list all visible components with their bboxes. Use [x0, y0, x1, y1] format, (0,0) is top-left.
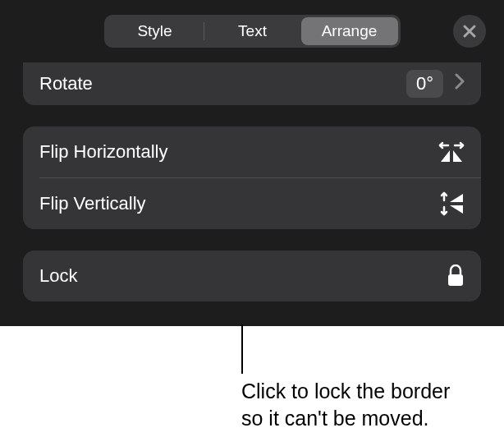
- lock-label: Lock: [39, 265, 77, 287]
- rotate-label: Rotate: [39, 73, 93, 94]
- flip-vertical-icon: [440, 191, 465, 216]
- close-icon: [462, 24, 477, 39]
- rotate-row[interactable]: Rotate 0°: [23, 62, 481, 105]
- spacer: [0, 229, 504, 251]
- close-button[interactable]: [453, 15, 486, 48]
- callout-line2: so it can't be moved.: [241, 407, 429, 430]
- flip-vertical-label: Flip Vertically: [39, 193, 146, 214]
- tab-arrange[interactable]: Arrange: [301, 17, 398, 45]
- lock-group: Lock: [23, 251, 481, 301]
- flip-horizontal-label: Flip Horizontally: [39, 141, 168, 163]
- segmented-control: Style Text Arrange: [104, 15, 401, 48]
- rotate-group: Rotate 0°: [23, 62, 481, 105]
- callout-text: Click to lock the border so it can't be …: [241, 378, 450, 431]
- lock-icon: [447, 264, 465, 288]
- panel-header: Style Text Arrange: [0, 15, 504, 62]
- rotate-right: 0°: [406, 70, 465, 98]
- flip-horizontal-icon: [438, 140, 465, 163]
- flip-vertical-row[interactable]: Flip Vertically: [23, 178, 481, 229]
- tab-label: Style: [137, 22, 172, 40]
- tab-style[interactable]: Style: [107, 17, 204, 45]
- flip-group: Flip Horizontally Flip Vertically: [23, 126, 481, 229]
- lock-row[interactable]: Lock: [23, 251, 481, 301]
- tab-label: Arrange: [322, 22, 378, 40]
- flip-horizontal-row[interactable]: Flip Horizontally: [23, 126, 481, 177]
- chevron-right-icon: [455, 73, 465, 94]
- spacer: [0, 105, 504, 126]
- rotate-value[interactable]: 0°: [406, 70, 443, 98]
- arrange-panel: Style Text Arrange Rotate 0°: [0, 0, 504, 326]
- tab-text[interactable]: Text: [204, 17, 301, 45]
- callout-line: [241, 324, 243, 374]
- svg-rect-0: [448, 274, 463, 286]
- callout-line1: Click to lock the border: [241, 380, 450, 402]
- tab-label: Text: [238, 22, 267, 40]
